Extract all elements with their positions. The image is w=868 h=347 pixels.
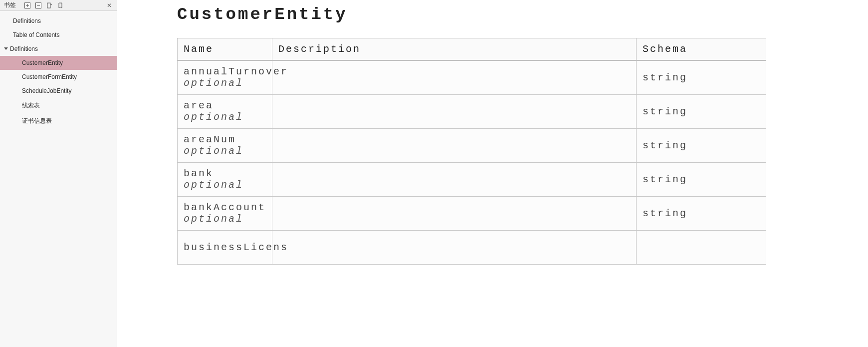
cell-schema: string bbox=[637, 162, 766, 196]
table-row: bankoptionalstring bbox=[178, 162, 766, 196]
table-header-row: Name Description Schema bbox=[178, 38, 766, 61]
collapse-all-icon[interactable] bbox=[35, 2, 42, 9]
cell-schema: string bbox=[637, 60, 766, 94]
sidebar-item-label: CustomerEntity bbox=[22, 59, 63, 66]
sidebar-item-label: CustomerFormEntity bbox=[22, 73, 77, 80]
sidebar-item-child[interactable]: ScheduleJobEntity bbox=[0, 84, 117, 98]
cell-description bbox=[272, 162, 637, 196]
sidebar-title: 书签 bbox=[2, 1, 18, 9]
table-row: bankAccountoptionalstring bbox=[178, 196, 766, 230]
sidebar-item[interactable]: Definitions bbox=[0, 14, 117, 28]
cell-description bbox=[272, 94, 637, 128]
table-row: annualTurnoveroptionalstring bbox=[178, 60, 766, 94]
bookmark-icon[interactable] bbox=[57, 2, 64, 9]
cell-description bbox=[272, 196, 637, 230]
new-bookmark-icon[interactable] bbox=[46, 2, 53, 9]
field-name: annualTurnover bbox=[184, 66, 266, 77]
cell-description bbox=[272, 128, 637, 162]
field-name: bankAccount bbox=[184, 202, 266, 213]
field-modifier: optional bbox=[184, 179, 266, 191]
sidebar-item-label: Definitions bbox=[10, 45, 38, 52]
sidebar-item-label: 线索表 bbox=[22, 102, 40, 109]
expand-all-icon[interactable] bbox=[24, 2, 31, 9]
cell-schema bbox=[637, 230, 766, 264]
cell-schema: string bbox=[637, 94, 766, 128]
field-modifier: optional bbox=[184, 111, 266, 123]
sidebar-item[interactable]: Table of Contents bbox=[0, 28, 117, 42]
cell-schema: string bbox=[637, 196, 766, 230]
cell-name: annualTurnoveroptional bbox=[178, 60, 272, 94]
sidebar-item-child[interactable]: 证书信息表 bbox=[0, 113, 117, 129]
cell-name: bankoptional bbox=[178, 162, 272, 196]
bookmark-tree: DefinitionsTable of ContentsDefinitionsC… bbox=[0, 11, 117, 132]
sidebar-item-label: Table of Contents bbox=[13, 31, 59, 38]
field-name: bank bbox=[184, 168, 266, 179]
sidebar-header: 书签 ✕ bbox=[0, 0, 117, 11]
svg-rect-5 bbox=[47, 3, 50, 8]
main-content: CustomerEntity Name Description Schema a… bbox=[117, 0, 868, 347]
column-header-description: Description bbox=[272, 38, 637, 61]
sidebar-item-label: ScheduleJobEntity bbox=[22, 87, 71, 94]
close-icon[interactable]: ✕ bbox=[104, 2, 115, 9]
field-name: areaNum bbox=[184, 134, 266, 145]
bookmarks-sidebar: 书签 ✕ DefinitionsTable of ContentsDefinit… bbox=[0, 0, 117, 347]
cell-name: areaoptional bbox=[178, 94, 272, 128]
sidebar-item-child[interactable]: CustomerEntity bbox=[0, 56, 117, 70]
cell-description bbox=[272, 230, 637, 264]
page-title: CustomerEntity bbox=[177, 5, 766, 24]
cell-name: businessLicens bbox=[178, 230, 272, 264]
sidebar-item-child[interactable]: 线索表 bbox=[0, 98, 117, 113]
table-row: areaoptionalstring bbox=[178, 94, 766, 128]
table-row: areaNumoptionalstring bbox=[178, 128, 766, 162]
cell-name: areaNumoptional bbox=[178, 128, 272, 162]
column-header-name: Name bbox=[178, 38, 272, 61]
schema-table: Name Description Schema annualTurnoverop… bbox=[177, 38, 766, 265]
column-header-schema: Schema bbox=[637, 38, 766, 61]
cell-schema: string bbox=[637, 128, 766, 162]
field-name: area bbox=[184, 100, 266, 111]
document-page: CustomerEntity Name Description Schema a… bbox=[177, 5, 766, 265]
cell-name: bankAccountoptional bbox=[178, 196, 272, 230]
field-modifier: optional bbox=[184, 213, 266, 225]
cell-description bbox=[272, 60, 637, 94]
app-root: 书签 ✕ DefinitionsTable of ContentsDefinit… bbox=[0, 0, 868, 347]
sidebar-icon-group bbox=[24, 2, 64, 9]
sidebar-item-child[interactable]: CustomerFormEntity bbox=[0, 70, 117, 84]
sidebar-item-label: 证书信息表 bbox=[22, 117, 52, 124]
field-modifier: optional bbox=[184, 145, 266, 157]
table-row: businessLicens bbox=[178, 230, 766, 264]
field-modifier: optional bbox=[184, 77, 266, 89]
sidebar-item-label: Definitions bbox=[13, 17, 41, 24]
field-name: businessLicens bbox=[184, 242, 266, 253]
sidebar-item[interactable]: Definitions bbox=[0, 42, 117, 56]
